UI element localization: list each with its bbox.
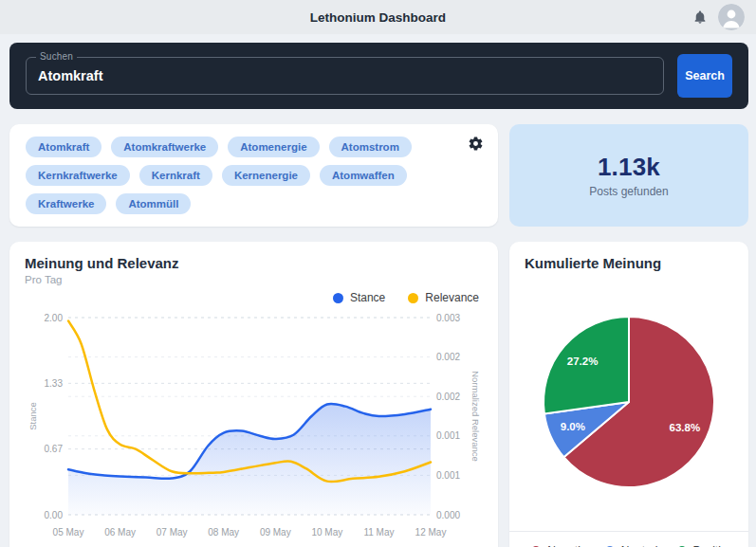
line-chart-card: Meinung und Relevanz Pro Tag StanceRelev… (9, 242, 498, 547)
svg-text:Normalized Relevance: Normalized Relevance (470, 371, 481, 462)
pie-chart: 63.8%9.0%27.2% (540, 313, 718, 491)
svg-text:0.00: 0.00 (45, 510, 64, 520)
svg-text:11 May: 11 May (363, 527, 394, 538)
svg-text:0.003: 0.003 (436, 313, 460, 323)
main-content: Suchen Search AtomkraftAtomkraftwerkeAto… (0, 34, 756, 547)
posts-count-label: Posts gefunden (589, 185, 668, 198)
keyword-chip-list: AtomkraftAtomkraftwerkeAtomenergieAtomst… (26, 137, 454, 214)
user-avatar[interactable] (718, 4, 745, 30)
keyword-chip[interactable]: Atomwaffen (320, 165, 407, 186)
legend-dot-icon (333, 293, 343, 303)
svg-text:0.002: 0.002 (436, 392, 460, 402)
line-chart-title: Meinung und Relevanz (25, 255, 483, 271)
pie-slice-label: 9.0% (561, 421, 585, 432)
svg-text:05 May: 05 May (53, 527, 84, 538)
notifications-bell-icon[interactable] (691, 9, 709, 26)
svg-text:0.002: 0.002 (436, 352, 460, 362)
svg-text:0.001: 0.001 (436, 470, 460, 481)
posts-count: 1.13k (598, 153, 660, 182)
settings-gear-icon[interactable] (468, 136, 484, 152)
keyword-chip[interactable]: Kernkraftwerke (26, 165, 130, 186)
keyword-chip[interactable]: Kernenergie (222, 165, 310, 186)
svg-text:2.00: 2.00 (45, 313, 64, 323)
line-chart: 2.001.330.670.000.0030.0020.0020.0010.00… (25, 304, 483, 547)
search-field[interactable]: Suchen (26, 57, 664, 95)
pie-chart-card: Kumulierte Meinung 63.8%9.0%27.2% Negati… (509, 242, 748, 547)
keyword-chip[interactable]: Atomkraftwerke (111, 137, 218, 157)
svg-text:07 May: 07 May (157, 527, 188, 538)
svg-text:1.33: 1.33 (45, 378, 64, 389)
pie-chart-title: Kumulierte Meinung (525, 255, 733, 271)
legend-dot-icon (408, 293, 418, 303)
svg-text:12 May: 12 May (415, 527, 447, 538)
keyword-chip[interactable]: Atomstrom (329, 137, 412, 157)
pie-slice-label: 63.8% (670, 422, 701, 433)
svg-text:0.000: 0.000 (436, 510, 460, 520)
svg-text:10 May: 10 May (311, 527, 342, 538)
keyword-chip[interactable]: Atommüll (116, 193, 191, 214)
legend-item[interactable]: Stance (333, 291, 385, 304)
keyword-chip[interactable]: Kernkraft (139, 165, 212, 186)
svg-text:06 May: 06 May (104, 527, 136, 538)
svg-text:0.001: 0.001 (436, 430, 460, 441)
keywords-card: AtomkraftAtomkraftwerkeAtomenergieAtomst… (9, 124, 498, 227)
legend-label: Relevance (425, 291, 479, 304)
header-actions (691, 0, 745, 34)
app-header: Lethonium Dashboard (0, 0, 756, 34)
svg-text:08 May: 08 May (208, 527, 239, 538)
legend-item[interactable]: Relevance (408, 291, 479, 304)
svg-text:Stance: Stance (28, 402, 38, 430)
legend-label: Stance (350, 291, 385, 304)
line-chart-subtitle: Pro Tag (25, 274, 483, 285)
svg-text:0.67: 0.67 (45, 444, 64, 454)
line-chart-legend: StanceRelevance (25, 291, 483, 304)
stance-area (68, 404, 431, 515)
posts-found-card: 1.13k Posts gefunden (509, 124, 748, 227)
svg-text:09 May: 09 May (260, 527, 291, 538)
pie-chart-legend: NegativNeutralPositiv (509, 531, 748, 547)
search-field-label: Suchen (36, 51, 77, 62)
search-input[interactable] (27, 68, 663, 83)
keyword-chip[interactable]: Kraftwerke (26, 193, 106, 214)
search-panel: Suchen Search (9, 43, 748, 109)
app-title: Lethonium Dashboard (310, 10, 446, 25)
keyword-chip[interactable]: Atomenergie (228, 137, 319, 157)
pie-chart-area: 63.8%9.0%27.2% (525, 271, 733, 531)
keyword-chip[interactable]: Atomkraft (26, 137, 101, 157)
pie-slice-label: 27.2% (567, 356, 599, 367)
search-button[interactable]: Search (677, 54, 732, 98)
